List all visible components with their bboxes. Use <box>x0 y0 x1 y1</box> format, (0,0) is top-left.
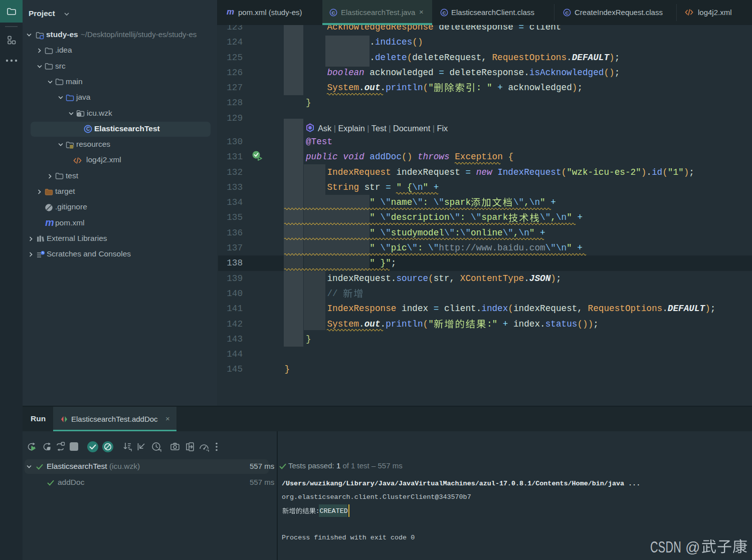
svg-text:C: C <box>86 127 90 132</box>
svg-text:C: C <box>443 10 446 16</box>
svg-text:C: C <box>566 10 569 16</box>
svg-text:C: C <box>332 10 335 16</box>
